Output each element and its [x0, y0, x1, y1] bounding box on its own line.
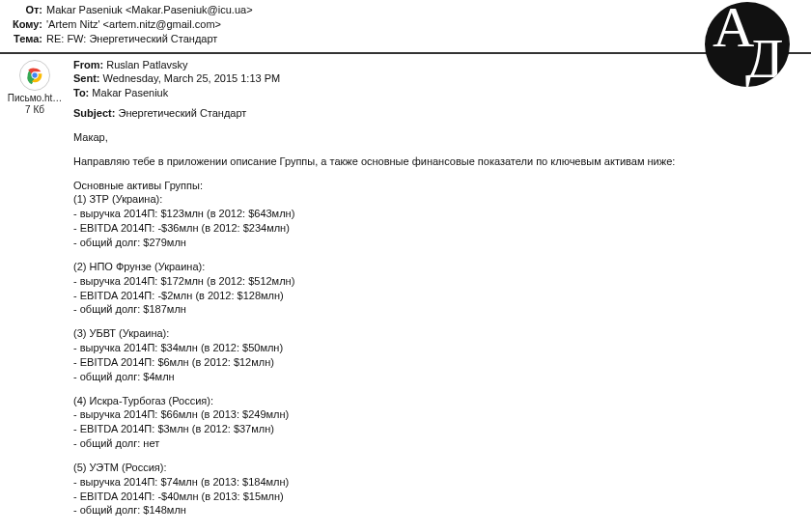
hdr-to-value: 'Artem Nitz' <artem.nitz@gmail.com>: [46, 17, 221, 32]
fwd-sent-label: Sent:: [73, 72, 100, 84]
greeting: Макар,: [73, 130, 801, 145]
hdr-to-label: Кому:: [6, 17, 42, 32]
chrome-icon: [19, 60, 50, 91]
asset-line: - общий долг: $187млн: [73, 302, 801, 317]
asset-line: - выручка 2014П: $123млн (в 2012: $643мл…: [73, 207, 801, 221]
asset-line: - EBITDA 2014П: $3млн (в 2012: $37млн): [73, 422, 801, 436]
asset-group: (5) УЭТМ (Россия):- выручка 2014П: $74мл…: [73, 461, 801, 518]
asset-line: - общий долг: $4млн: [73, 370, 801, 384]
asset-title: (3) УБВТ (Украина):: [73, 326, 801, 341]
asset-line: - EBITDA 2014П: -$2млн (в 2012: $128млн): [73, 289, 801, 303]
fwd-subject-value: Энергетический Стандарт: [118, 107, 246, 119]
asset-line: - выручка 2014П: $66млн (в 2013: $249млн…: [73, 407, 801, 422]
fwd-from-label: From:: [73, 59, 103, 70]
hdr-from-label: От:: [6, 3, 42, 17]
asset-title: (1) ЗТР (Украина):: [73, 192, 801, 207]
asset-line: - общий долг: $279млн: [73, 236, 801, 250]
fwd-to-value: Makar Paseniuk: [92, 87, 168, 98]
fwd-to-label: To:: [73, 87, 89, 98]
watermark-logo: А Д: [705, 2, 790, 87]
fwd-sent-value: Wednesday, March 25, 2015 1:13 PM: [103, 72, 281, 84]
asset-title: (5) УЭТМ (Россия):: [73, 461, 801, 475]
asset-line: - выручка 2014П: $34млн (в 2012: $50млн): [73, 341, 801, 355]
asset-group: (1) ЗТР (Украина):- выручка 2014П: $123м…: [73, 192, 801, 249]
asset-line: - EBITDA 2014П: -$36млн (в 2012: $234млн…: [73, 221, 801, 236]
message-body: From: Ruslan Patlavsky Sent: Wednesday, …: [70, 54, 811, 528]
asset-group: (3) УБВТ (Украина):- выручка 2014П: $34м…: [73, 326, 801, 383]
asset-line: - выручка 2014П: $172млн (в 2012: $512мл…: [73, 274, 801, 289]
asset-group: (4) Искра-Турбогаз (Россия):- выручка 20…: [73, 394, 801, 451]
asset-line: - общий долг: нет: [73, 436, 801, 451]
attachment-size: 7 Кб: [0, 104, 70, 116]
forwarded-header: From: Ruslan Patlavsky Sent: Wednesday, …: [73, 58, 801, 121]
attachment[interactable]: Письмо.ht… 7 Кб: [0, 54, 70, 116]
assets-heading: Основные активы Группы:: [73, 179, 801, 193]
intro-text: Направляю тебе в приложении описание Гру…: [73, 154, 801, 169]
asset-group: (2) НПО Фрунзе (Украина):- выручка 2014П…: [73, 260, 801, 317]
hdr-subject-value: RE: FW: Энергетический Стандарт: [46, 32, 217, 46]
asset-title: (2) НПО Фрунзе (Украина):: [73, 260, 801, 274]
attachment-name: Письмо.ht…: [0, 93, 70, 104]
hdr-from-value: Makar Paseniuk <Makar.Paseniuk@icu.ua>: [46, 3, 253, 17]
message-header: От: Makar Paseniuk <Makar.Paseniuk@icu.u…: [0, 0, 811, 54]
asset-title: (4) Искра-Турбогаз (Россия):: [73, 394, 801, 408]
asset-line: - общий долг: $148млн: [73, 503, 801, 518]
fwd-subject-label: Subject:: [73, 107, 115, 119]
hdr-subject-label: Тема:: [6, 32, 42, 46]
asset-line: - EBITDA 2014П: $6млн (в 2012: $12млн): [73, 355, 801, 370]
asset-line: - EBITDA 2014П: -$40млн (в 2013: $15млн): [73, 490, 801, 504]
asset-line: - выручка 2014П: $74млн (в 2013: $184млн…: [73, 475, 801, 490]
fwd-from-value: Ruslan Patlavsky: [106, 59, 187, 70]
